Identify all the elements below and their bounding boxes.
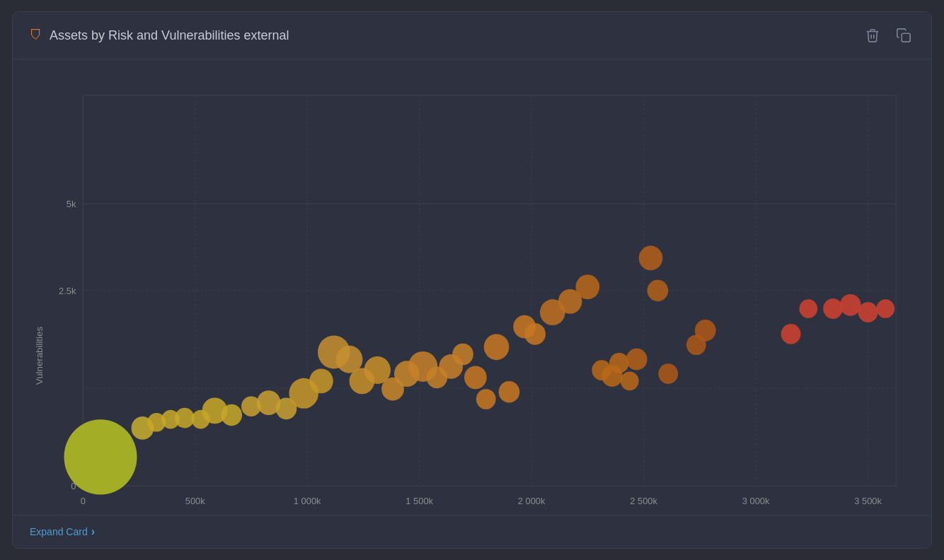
svg-point-33: [175, 408, 195, 428]
svg-point-36: [221, 404, 242, 426]
svg-point-53: [476, 389, 496, 409]
scatter-chart: 5k 2.5k 0 Vulnerabilities 0 500k 1 000k …: [27, 74, 910, 508]
svg-point-57: [524, 323, 546, 345]
svg-point-76: [876, 299, 894, 318]
svg-point-29: [64, 419, 137, 494]
svg-text:1 500k: 1 500k: [405, 496, 433, 506]
svg-rect-0: [902, 33, 910, 42]
svg-text:3 500k: 3 500k: [854, 496, 882, 506]
header-left: ⛉ Assets by Risk and Vulnerabilities ext…: [30, 28, 289, 43]
expand-card-label: Expand Card: [30, 526, 88, 537]
svg-point-51: [452, 344, 473, 366]
svg-point-63: [609, 353, 629, 373]
svg-text:5k: 5k: [67, 199, 76, 209]
svg-point-67: [647, 280, 669, 302]
svg-point-65: [626, 349, 647, 371]
svg-text:1 000k: 1 000k: [294, 496, 321, 506]
svg-text:2 500k: 2 500k: [630, 496, 657, 506]
svg-point-74: [840, 294, 861, 316]
svg-point-41: [309, 369, 333, 394]
svg-text:2 000k: 2 000k: [518, 496, 546, 506]
svg-point-70: [695, 320, 716, 342]
svg-point-71: [781, 324, 801, 344]
expand-arrow-icon: ›: [91, 525, 95, 538]
svg-point-55: [499, 381, 520, 403]
card-header: ⛉ Assets by Risk and Vulnerabilities ext…: [13, 12, 931, 59]
svg-text:500k: 500k: [185, 496, 205, 506]
header-right: [862, 25, 914, 46]
svg-text:Vulnerabilities: Vulnerabilities: [34, 327, 45, 385]
svg-text:2.5k: 2.5k: [59, 286, 76, 296]
svg-text:3 000k: 3 000k: [742, 496, 770, 506]
svg-point-68: [658, 363, 678, 384]
svg-point-73: [823, 298, 843, 319]
card-body: 5k 2.5k 0 Vulnerabilities 0 500k 1 000k …: [13, 59, 931, 515]
chart-container: 5k 2.5k 0 Vulnerabilities 0 500k 1 000k …: [27, 74, 910, 508]
svg-point-60: [576, 274, 600, 299]
svg-point-66: [639, 246, 663, 271]
svg-point-54: [484, 334, 510, 360]
clone-button[interactable]: [893, 25, 914, 46]
card-footer: Expand Card ›: [13, 515, 931, 548]
card-title: Assets by Risk and Vulnerabilities exter…: [50, 28, 289, 43]
svg-text:0: 0: [81, 496, 86, 506]
svg-point-64: [621, 372, 639, 391]
expand-card-link[interactable]: Expand Card ›: [30, 525, 95, 538]
svg-point-75: [858, 302, 878, 322]
card-container: ⛉ Assets by Risk and Vulnerabilities ext…: [12, 11, 932, 549]
svg-point-52: [464, 366, 487, 389]
filter-icon: ⛉: [30, 28, 42, 43]
delete-button[interactable]: [862, 25, 883, 46]
svg-point-72: [800, 299, 818, 318]
